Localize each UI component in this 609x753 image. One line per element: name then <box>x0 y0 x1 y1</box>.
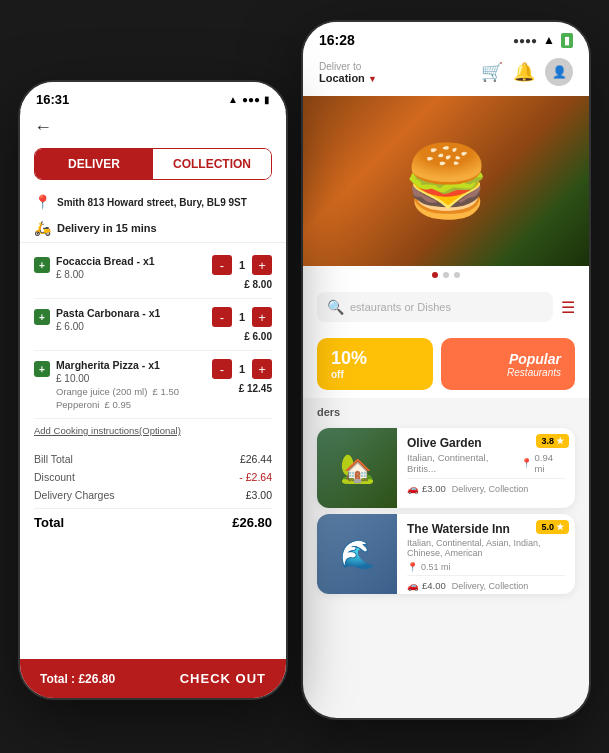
waterside-meta: 🚗 £4.00 Delivery, Collection <box>407 575 565 591</box>
checkout-button[interactable]: CHECK OUT <box>180 671 266 686</box>
search-icon: 🔍 <box>327 299 344 315</box>
wifi-icon-right: ▲ <box>543 33 555 47</box>
bill-delivery-row: Delivery Charges £3.00 <box>34 486 272 504</box>
bill-section: Bill Total £26.44 Discount - £2.64 Deliv… <box>20 442 286 530</box>
item-price-2: £ 6.00 <box>56 321 206 332</box>
signal-icon: ●●● <box>242 94 260 105</box>
qty-controls-1: - 1 + <box>212 255 272 275</box>
dot-3[interactable] <box>454 272 460 278</box>
promo-card-discount[interactable]: 10% off <box>317 338 433 390</box>
qty-minus-3[interactable]: - <box>212 359 232 379</box>
restaurant-card-waterside[interactable]: 🌊 5.0 ★ The Waterside Inn Italian, Conti… <box>317 514 575 594</box>
item-details-1: Focaccia Bread - x1 £ 8.00 <box>56 255 206 280</box>
olive-garden-meta: 🚗 £3.00 Delivery, Collection <box>407 478 565 494</box>
deliver-to-address: Location ▼ <box>319 72 377 84</box>
dot-1[interactable] <box>432 272 438 278</box>
olive-garden-distance: 0.94 mi <box>535 452 565 474</box>
waterside-delivery-cost: 🚗 £4.00 <box>407 580 446 591</box>
item-price-3: £ 10.00 <box>56 373 206 384</box>
cart-item-2: Pasta Carbonara - x1 £ 6.00 - 1 + £ 6.00 <box>34 299 272 351</box>
bill-discount-label: Discount <box>34 471 75 483</box>
waterside-thumbnail: 🌊 <box>317 514 397 594</box>
olive-garden-cuisine-text: Italian, Continental, Britis... <box>407 452 518 474</box>
bill-discount-value: - £2.64 <box>239 471 272 483</box>
back-arrow-icon[interactable]: ← <box>34 117 52 138</box>
delivery-icon-waterside: 🚗 <box>407 580 419 591</box>
promo-section: 10% off Popular Restaurants <box>303 330 589 398</box>
waterside-cuisine: Italian, Continental, Asian, Indian, Chi… <box>407 538 565 558</box>
qty-num-1: 1 <box>235 259 249 271</box>
qty-controls-2: - 1 + <box>212 307 272 327</box>
qty-minus-2[interactable]: - <box>212 307 232 327</box>
cart-icon[interactable]: 🛒 <box>481 61 503 83</box>
address-row: 📍 Smith 813 Howard street, Bury, BL9 9ST <box>20 190 286 214</box>
item-add-icon-1 <box>34 257 50 273</box>
waterside-delivery-types: Delivery, Collection <box>452 581 528 591</box>
dot-2[interactable] <box>443 272 449 278</box>
grand-total-label: Total <box>34 515 64 530</box>
deliver-collection-tabs: DELIVER COLLECTION <box>34 148 272 180</box>
qty-controls-3: - 1 + <box>212 359 272 379</box>
bell-icon[interactable]: 🔔 <box>513 61 535 83</box>
qty-num-3: 1 <box>235 363 249 375</box>
item-total-3: £ 12.45 <box>236 383 272 394</box>
olive-garden-cost-text: £3.00 <box>422 483 446 494</box>
waterside-rating: 5.0 ★ <box>536 520 569 534</box>
olive-garden-rating-value: 3.8 <box>541 436 554 446</box>
item-add-icon-2 <box>34 309 50 325</box>
left-phone: 16:31 ▲ ●●● ▮ ← DELIVER COLLECTION 📍 Smi… <box>18 80 288 700</box>
olive-garden-thumbnail: 🏡 <box>317 428 397 508</box>
wifi-icon: ▲ <box>228 94 238 105</box>
carousel-dots <box>303 266 589 284</box>
collection-tab[interactable]: COLLECTION <box>153 149 271 179</box>
header-icons: 🛒 🔔 👤 <box>481 58 573 86</box>
deliver-to-label: Deliver to <box>319 61 377 72</box>
item-right-2: - 1 + £ 6.00 <box>212 307 272 342</box>
bill-total-row: Bill Total £26.44 <box>34 450 272 468</box>
left-status-icons: ▲ ●●● ▮ <box>228 94 270 105</box>
waterside-info: 5.0 ★ The Waterside Inn Italian, Contine… <box>397 514 575 594</box>
item-right-3: - 1 + £ 12.45 <box>212 359 272 394</box>
back-row: ← <box>20 111 286 144</box>
star-icon-waterside: ★ <box>556 522 564 532</box>
bill-total-label: Bill Total <box>34 453 73 465</box>
star-icon: ★ <box>556 436 564 446</box>
waterside-rating-value: 5.0 <box>541 522 554 532</box>
olive-garden-delivery-types: Delivery, Collection <box>452 484 528 494</box>
item-total-2: £ 6.00 <box>236 331 272 342</box>
olive-garden-emoji: 🏡 <box>340 452 375 485</box>
delivery-icon-olive: 🚗 <box>407 483 419 494</box>
qty-plus-2[interactable]: + <box>252 307 272 327</box>
item-name-3: Margherita Pizza - x1 <box>56 359 206 371</box>
checkout-bar: Total : £26.80 CHECK OUT <box>20 659 286 698</box>
item-total-1: £ 8.00 <box>236 279 272 290</box>
delivery-time-text: Delivery in 15 mins <box>57 222 157 234</box>
cart-item-3: Margherita Pizza - x1 £ 10.00 Orange jui… <box>34 351 272 419</box>
avatar[interactable]: 👤 <box>545 58 573 86</box>
deliver-to[interactable]: Deliver to Location ▼ <box>319 61 377 84</box>
promo-card-popular[interactable]: Popular Restaurants <box>441 338 575 390</box>
burger-emoji: 🍔 <box>403 140 490 222</box>
cart-item-1: Focaccia Bread - x1 £ 8.00 - 1 + £ 8.00 <box>34 247 272 299</box>
grand-total-row: Total £26.80 <box>34 508 272 530</box>
grand-total-value: £26.80 <box>232 515 272 530</box>
signal-dots-icon: ●●●● <box>513 35 537 46</box>
right-time: 16:28 <box>319 32 355 48</box>
left-status-bar: 16:31 ▲ ●●● ▮ <box>20 82 286 111</box>
qty-minus-1[interactable]: - <box>212 255 232 275</box>
item-details-3: Margherita Pizza - x1 £ 10.00 Orange jui… <box>56 359 206 410</box>
item-add-icon-3 <box>34 361 50 377</box>
qty-plus-1[interactable]: + <box>252 255 272 275</box>
deliver-tab[interactable]: DELIVER <box>35 149 153 179</box>
olive-garden-cuisine: Italian, Continental, Britis... 📍 0.94 m… <box>407 452 565 474</box>
qty-plus-3[interactable]: + <box>252 359 272 379</box>
filter-icon[interactable]: ☰ <box>561 298 575 317</box>
cart-items-list: Focaccia Bread - x1 £ 8.00 - 1 + £ 8.00 … <box>20 247 286 419</box>
item-extra-2: Pepperoni £ 0.95 <box>56 399 206 410</box>
waterside-cuisine-text: Italian, Continental, Asian, Indian, Chi… <box>407 538 565 558</box>
search-input-wrap[interactable]: 🔍 estaurants or Dishes <box>317 292 553 322</box>
restaurant-card-olive-garden[interactable]: 🏡 3.8 ★ Olive Garden Italian, Continenta… <box>317 428 575 508</box>
waterside-emoji: 🌊 <box>340 538 375 571</box>
cooking-instruction[interactable]: Add Cooking instructions(Optional) <box>20 419 286 442</box>
right-phone: 16:28 ●●●● ▲ ▮ Deliver to Location ▼ 🛒 🔔… <box>301 20 591 720</box>
